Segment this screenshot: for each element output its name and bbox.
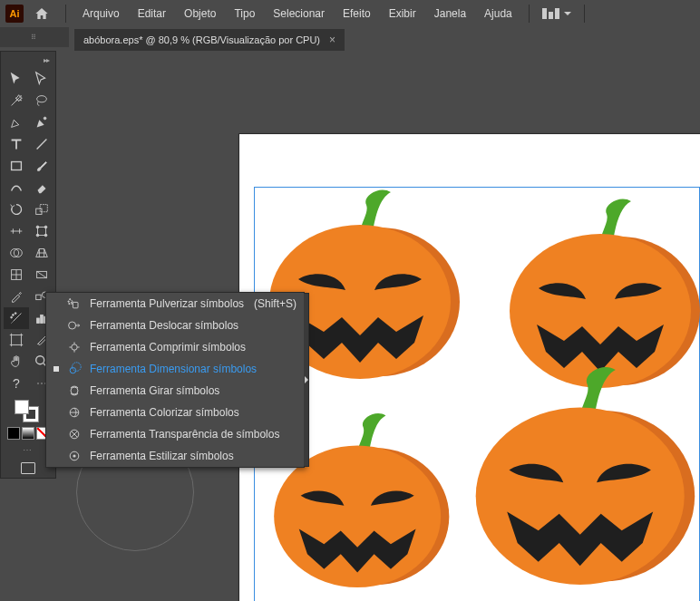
home-icon[interactable] [33, 5, 51, 23]
flyout-estilizar[interactable]: Ferramenta Estilizar símbolos [46, 445, 304, 467]
hand-tool[interactable] [4, 351, 29, 373]
svg-rect-4 [40, 205, 47, 212]
svg-rect-14 [36, 295, 41, 299]
svg-rect-5 [38, 228, 46, 236]
flyout-colorizar[interactable]: Ferramenta Colorizar símbolos [46, 402, 304, 423]
flyout-label: Ferramenta Pulverizar símbolos [90, 297, 247, 310]
scale-tool[interactable] [29, 199, 54, 220]
svg-point-25 [70, 299, 71, 300]
divider [584, 5, 585, 23]
color-swatch[interactable] [7, 427, 20, 440]
workspace-switcher[interactable] [537, 5, 577, 23]
flyout-shortcut: (Shift+S) [254, 297, 297, 310]
flyout-label: Ferramenta Comprimir símbolos [90, 341, 297, 354]
perspective-grid-tool[interactable] [29, 242, 54, 264]
divider [65, 5, 66, 23]
flyout-label: Ferramenta Transparência de símbolos [90, 428, 297, 441]
shaper-tool[interactable] [4, 177, 29, 199]
help-tool[interactable]: ? [4, 373, 29, 394]
spray-icon [66, 296, 83, 312]
spin-icon [66, 383, 83, 399]
rotate-tool[interactable] [4, 199, 29, 220]
line-tool[interactable] [29, 133, 54, 155]
tab-bar: abóbora.eps* @ 80,9 % (RGB/Visualização … [0, 27, 700, 53]
eyedropper-tool[interactable] [4, 286, 29, 307]
document-tab[interactable]: abóbora.eps* @ 80,9 % (RGB/Visualização … [74, 29, 345, 51]
control-strip: ⠿ [0, 27, 69, 47]
menu-exibir[interactable]: Exibir [380, 4, 425, 24]
magic-wand-tool[interactable] [4, 90, 29, 111]
width-tool[interactable] [4, 220, 29, 242]
close-icon[interactable]: × [329, 34, 335, 46]
flyout-girar[interactable]: Ferramenta Girar símbolos [46, 380, 304, 402]
curvature-tool[interactable] [29, 111, 54, 133]
svg-rect-24 [73, 302, 78, 307]
tearoff-handle[interactable] [304, 293, 309, 467]
resize-icon [66, 361, 83, 377]
panel-collapse[interactable]: ▸▸ [4, 55, 53, 64]
svg-rect-3 [36, 208, 42, 214]
symbol-pumpkin[interactable] [468, 366, 697, 596]
pen-tool[interactable] [4, 111, 29, 133]
flyout-pulverizar[interactable]: Ferramenta Pulverizar símbolos (Shift+S) [46, 293, 304, 315]
svg-rect-19 [37, 318, 40, 323]
svg-rect-22 [12, 335, 22, 345]
rectangle-tool[interactable] [4, 155, 29, 177]
gradient-tool[interactable] [29, 264, 54, 286]
svg-rect-20 [41, 315, 44, 323]
svg-point-29 [72, 344, 77, 350]
flyout-comprimir[interactable]: Ferramenta Comprimir símbolos [46, 336, 304, 358]
flyout-label: Ferramenta Colorizar símbolos [90, 406, 297, 419]
styler-icon [66, 448, 83, 464]
type-tool[interactable] [4, 133, 29, 155]
flyout-label: Ferramenta Deslocar símbolos [90, 319, 297, 332]
menu-selecionar[interactable]: Selecionar [264, 4, 334, 24]
svg-point-36 [73, 454, 75, 457]
eraser-tool[interactable] [29, 177, 54, 199]
svg-point-28 [69, 322, 76, 329]
flyout-label: Ferramenta Dimensionar símbolos [90, 363, 297, 375]
free-transform-tool[interactable] [29, 220, 54, 242]
lasso-tool[interactable] [29, 90, 54, 111]
shift-icon [66, 317, 83, 334]
tab-title: abóbora.eps* @ 80,9 % (RGB/Visualização … [83, 34, 320, 45]
flyout-dimensionar[interactable]: Ferramenta Dimensionar símbolos [46, 358, 304, 380]
artboard-tool[interactable] [4, 329, 29, 351]
svg-point-1 [44, 117, 46, 120]
screener-icon [66, 426, 83, 442]
direct-selection-tool[interactable] [29, 68, 54, 90]
stain-icon [66, 404, 83, 421]
svg-point-7 [44, 226, 47, 228]
mesh-tool[interactable] [4, 264, 29, 286]
flyout-label: Ferramenta Estilizar símbolos [90, 450, 297, 462]
svg-point-8 [36, 234, 39, 237]
symbol-sprayer-tool[interactable] [4, 307, 29, 329]
svg-point-32 [71, 387, 78, 394]
flyout-transparencia[interactable]: Ferramenta Transparência de símbolos [46, 423, 304, 445]
svg-point-6 [36, 226, 39, 228]
menu-arquivo[interactable]: Arquivo [73, 4, 129, 24]
menu-objeto[interactable]: Objeto [175, 4, 225, 24]
flyout-deslocar[interactable]: Ferramenta Deslocar símbolos [46, 315, 304, 336]
scrunch-icon [66, 339, 83, 355]
svg-point-16 [13, 315, 15, 316]
svg-point-9 [44, 234, 47, 237]
app-icon: Ai [5, 5, 24, 23]
menu-editar[interactable]: Editar [129, 4, 175, 24]
paintbrush-tool[interactable] [29, 155, 54, 177]
symbol-tool-flyout: Ferramenta Pulverizar símbolos (Shift+S)… [45, 292, 305, 468]
menu-tipo[interactable]: Tipo [225, 4, 264, 24]
svg-rect-2 [12, 162, 22, 170]
menu-efeito[interactable]: Efeito [334, 4, 380, 24]
shape-builder-tool[interactable] [4, 242, 29, 264]
menu-ajuda[interactable]: Ajuda [475, 4, 521, 24]
menu-janela[interactable]: Janela [425, 4, 475, 24]
menu-bar: Ai Arquivo Editar Objeto Tipo Selecionar… [0, 0, 700, 27]
svg-point-31 [73, 363, 82, 372]
svg-point-18 [15, 313, 16, 315]
svg-point-23 [36, 356, 44, 364]
gradient-swatch[interactable] [22, 427, 34, 440]
grip-icon: ⠿ [31, 34, 38, 42]
divider [529, 5, 530, 23]
selection-tool[interactable] [4, 68, 29, 90]
